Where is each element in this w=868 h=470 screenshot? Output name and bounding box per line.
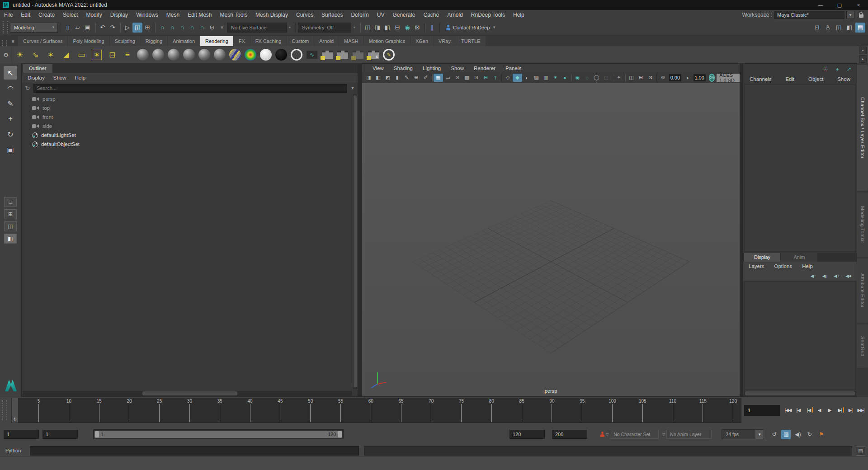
close-button[interactable]: ×: [849, 0, 868, 10]
undo-icon[interactable]: ↶: [98, 23, 108, 33]
shadows-icon[interactable]: ●: [560, 74, 570, 82]
camera-lock-icon[interactable]: ◧: [373, 74, 383, 82]
workspace-select[interactable]: Maya Classic*: [774, 11, 844, 19]
step-back-key-button[interactable]: |◀: [793, 405, 803, 415]
snap-to-projected-center-icon[interactable]: ∩: [187, 23, 197, 33]
render-settings-icon[interactable]: s: [366, 47, 381, 62]
separator[interactable]: [432, 74, 432, 81]
render-view-icon[interactable]: ⊠: [412, 23, 422, 33]
layout-two-pane[interactable]: ◫: [4, 221, 17, 231]
shelf-tab[interactable]: FX: [234, 36, 250, 46]
snapshot-icon[interactable]: ⊠: [646, 74, 655, 82]
snap-to-view-plane-icon[interactable]: ∩: [197, 23, 207, 33]
use-background-icon[interactable]: [274, 47, 289, 62]
lasso-select-tool[interactable]: ◠: [4, 81, 17, 95]
animation-end-field[interactable]: 200: [552, 430, 587, 439]
go-to-end-button[interactable]: ▶▶|: [856, 405, 866, 415]
outliner-item[interactable]: front: [22, 113, 352, 122]
screen-space-ao-icon[interactable]: ◉: [573, 74, 582, 82]
viewport-panel[interactable]: ViewShadingLightingShowRendererPanels ◨◧…: [362, 63, 740, 397]
sidebar-vertical-tab[interactable]: Channel Box / Layer Editor: [857, 65, 868, 191]
hypershade-icon[interactable]: ◉: [402, 23, 412, 33]
layer-editor-menu-item[interactable]: Help: [802, 263, 813, 269]
channel-box-menu-item[interactable]: Show: [837, 76, 850, 82]
select-object-icon[interactable]: ◫: [132, 23, 142, 33]
ipr-render-icon[interactable]: ◨: [373, 23, 382, 33]
step-forward-frame-button[interactable]: ▶|: [835, 405, 845, 415]
outliner-item[interactable]: defaultObjectSet: [22, 140, 352, 149]
section-grip[interactable]: [3, 21, 8, 33]
outliner-menu-item[interactable]: Help: [75, 75, 91, 80]
display-render-settings-icon[interactable]: ⊟: [392, 23, 402, 33]
resolution-gate-icon[interactable]: ⊙: [453, 74, 462, 82]
shelf-tab[interactable]: Custom: [287, 36, 314, 46]
exposure-field[interactable]: 0.00: [669, 74, 681, 81]
toon-outline-icon[interactable]: ✎: [381, 47, 396, 62]
separator[interactable]: [439, 23, 440, 32]
separator[interactable]: [656, 74, 657, 81]
phong-material-icon[interactable]: [197, 47, 212, 62]
outliner-horizontal-scrollbar[interactable]: [23, 391, 352, 396]
anisotropic-material-icon[interactable]: [151, 47, 166, 62]
redo-icon[interactable]: ↷: [108, 23, 118, 33]
directional-light-icon[interactable]: ⇘: [28, 47, 43, 62]
contact-rndeep-button[interactable]: Contact RnDeep ▼: [442, 23, 500, 33]
command-language-toggle[interactable]: Python: [0, 448, 30, 453]
outliner-item[interactable]: side: [22, 122, 352, 131]
playback-speed-icon[interactable]: ↻: [805, 430, 814, 439]
dropdown-icon[interactable]: ▾: [217, 23, 227, 33]
channel-box-icon[interactable]: ▤: [855, 23, 865, 33]
section-grip[interactable]: [2, 40, 7, 46]
menu-item[interactable]: UV: [373, 10, 389, 20]
viewport-menu-item[interactable]: Lighting: [419, 66, 445, 71]
film-gate-icon[interactable]: ▭: [443, 74, 453, 82]
render-sequence-icon[interactable]: ◧: [382, 23, 392, 33]
dropdown-icon[interactable]: ▾: [287, 23, 293, 33]
menu-item[interactable]: Select: [59, 10, 82, 20]
phong-e-material-icon[interactable]: [212, 47, 227, 62]
outliner-item[interactable]: persp: [22, 94, 352, 103]
select-component-icon[interactable]: ⊞: [142, 23, 152, 33]
viewport-menu-item[interactable]: Renderer: [470, 66, 500, 71]
new-scene-icon[interactable]: ▯: [63, 23, 73, 33]
character-set-icon[interactable]: [600, 432, 604, 437]
shelf-gear-icon[interactable]: ⚙: [0, 46, 12, 63]
manipulator-icon[interactable]: ∴: [821, 65, 830, 73]
image-plane-icon[interactable]: ✎: [402, 74, 411, 82]
safe-action-icon[interactable]: ⊟: [481, 74, 491, 82]
exposure-icon[interactable]: ⊛: [658, 74, 668, 82]
menu-item[interactable]: Surfaces: [317, 10, 347, 20]
scale-tool[interactable]: ▣: [4, 143, 17, 156]
timeline-track[interactable]: 1 5 10 15: [11, 398, 741, 423]
cached-playback-icon[interactable]: ▥: [781, 430, 791, 439]
chevron-down-icon[interactable]: ▼: [349, 86, 356, 90]
character-set-field[interactable]: No Character Set: [610, 430, 659, 439]
script-editor-icon[interactable]: ▤: [856, 446, 865, 456]
spot-light-icon[interactable]: ◢: [58, 47, 74, 62]
separator[interactable]: [571, 74, 571, 81]
menu-item[interactable]: Arnold: [443, 10, 467, 20]
layer-editor-tab[interactable]: Display: [744, 253, 780, 262]
move-layer-down-icon[interactable]: ◀↓: [821, 272, 830, 280]
save-scene-icon[interactable]: ▣: [83, 23, 93, 33]
standard-surface-material-icon[interactable]: [135, 47, 151, 62]
playback-range-bar[interactable]: 1 120: [93, 429, 344, 439]
wireframe-icon[interactable]: ◇: [503, 74, 513, 82]
view-transform-label[interactable]: ACES 1.0 SD: [717, 74, 740, 82]
menu-item[interactable]: Windows: [132, 10, 162, 20]
outliner-item[interactable]: top: [22, 103, 352, 113]
2d-pan-zoom-icon[interactable]: ⊕: [411, 74, 421, 82]
separator[interactable]: [625, 74, 625, 81]
snap-to-curve-icon[interactable]: ∩: [167, 23, 177, 33]
live-surface-field[interactable]: No Live Surface: [227, 23, 287, 33]
shader-glow-icon[interactable]: [289, 47, 304, 62]
chevron-down-icon[interactable]: ▽: [662, 432, 665, 437]
gamma-field[interactable]: 1.00: [693, 74, 706, 81]
ambient-light-icon[interactable]: ☀: [12, 47, 28, 62]
menu-item[interactable]: Modify: [82, 10, 106, 20]
mute-icon[interactable]: ◀): [793, 430, 802, 439]
shelf-menu-button[interactable]: ▸: [859, 55, 867, 63]
playback-start-field[interactable]: 1: [42, 430, 78, 439]
menu-item[interactable]: Create: [34, 10, 59, 20]
pan-zoom-camera-icon[interactable]: ◨: [364, 74, 373, 82]
